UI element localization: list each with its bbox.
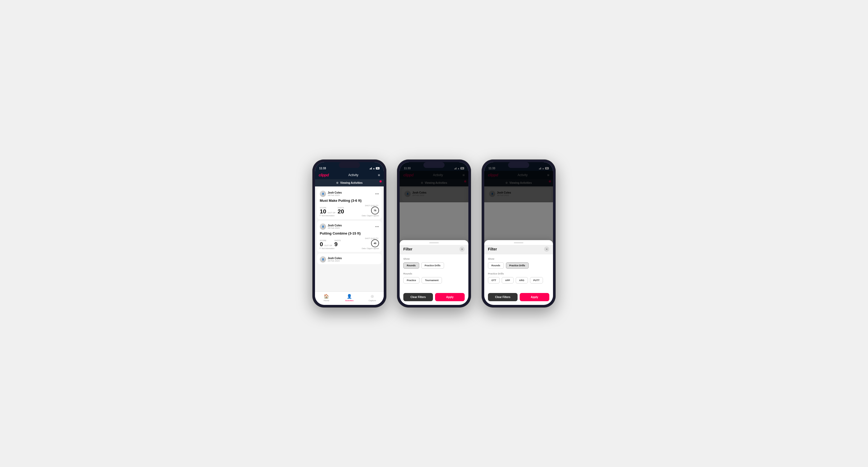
- show-buttons-2: Rounds Practice Drills: [403, 262, 465, 269]
- out-of-1: OUT OF: [328, 212, 335, 214]
- info-icon-1: ℹ: [320, 214, 320, 217]
- score-value-2: 0: [320, 242, 323, 247]
- nav-bar-1: clippd Activity ≡: [315, 171, 384, 179]
- user-meta-1: Josh Coles 28 Feb 2023: [328, 191, 342, 196]
- filter-header-3: Filter ✕: [484, 245, 553, 254]
- apply-btn-3[interactable]: Apply: [520, 293, 549, 301]
- tab-activities-1[interactable]: 👤 Activities: [338, 294, 361, 302]
- filter-title-2: Filter: [403, 247, 412, 251]
- filter-handle-2: [429, 242, 439, 243]
- putt-btn-3[interactable]: PUTT: [530, 277, 543, 283]
- signal-bar-1: [370, 168, 370, 169]
- clear-filters-btn-3[interactable]: Clear Filters: [488, 293, 518, 301]
- dynamic-island-2: [424, 162, 444, 168]
- arg-btn-3[interactable]: ARG: [516, 277, 528, 283]
- filter-footer-2: Clear Filters Apply: [400, 290, 468, 305]
- filter-sheet-2: Filter ✕ Show Rounds Practice Drills Rou…: [400, 240, 468, 305]
- clear-filters-btn-2[interactable]: Clear Filters: [403, 293, 433, 301]
- dynamic-island-3: [508, 162, 529, 168]
- rounds-btn-2[interactable]: Rounds: [403, 262, 419, 269]
- tournament-btn-2[interactable]: Tournament: [422, 277, 442, 283]
- ott-btn-3[interactable]: OTT: [488, 277, 500, 283]
- capture-icon-1: ⊕: [371, 294, 374, 299]
- info-icon-2: ℹ: [320, 247, 320, 249]
- app-btn-3[interactable]: APP: [502, 277, 514, 283]
- phone-3: 11:33 ▲ 51 clippd Activity ≡: [482, 159, 556, 308]
- show-label-3: Show: [488, 257, 549, 260]
- score-section-1: Score 10 OUT OF: [320, 207, 336, 214]
- scroll-content-1[interactable]: 👤 Josh Coles 28 Feb 2023 ••• Must Make P…: [315, 186, 384, 291]
- phone-3-inner: 11:33 ▲ 51 clippd Activity ≡: [484, 162, 553, 305]
- show-label-2: Show: [403, 257, 465, 260]
- phone-2-inner: 11:33 ▲ 51 clippd Activity ≡: [400, 162, 468, 305]
- avatar-3: 👤: [320, 256, 326, 262]
- signal-bar-3: [371, 167, 372, 169]
- filter-header-2: Filter ✕: [400, 245, 468, 254]
- filter-title-3: Filter: [488, 247, 497, 251]
- activity-card-2: 👤 Josh Coles 28 Feb 2023 ••• Putting Com…: [317, 221, 382, 252]
- user-meta-2: Josh Coles 28 Feb 2023: [328, 224, 342, 229]
- signal-bars-1: [370, 167, 372, 169]
- test-info-1: ℹ Test Information: [320, 214, 335, 217]
- rounds-btn-3[interactable]: Rounds: [488, 262, 504, 269]
- phones-container: 11:33 ▲ 51 clippd Activity ≡: [312, 159, 556, 308]
- card-header-1: 👤 Josh Coles 28 Feb 2023 •••: [320, 191, 379, 197]
- user-meta-3: Josh Coles 28 Feb 2023: [328, 257, 342, 262]
- viewing-banner-text-1: Viewing Activities: [340, 181, 362, 184]
- nav-menu-1[interactable]: ≡: [378, 173, 380, 177]
- show-buttons-3: Rounds Practice Drills: [488, 262, 549, 269]
- avatar-inner-2: 👤: [320, 224, 326, 229]
- test-info-2: ℹ Test Information: [320, 247, 335, 249]
- filter-icon-1: ⚙: [336, 181, 339, 184]
- more-dots-2[interactable]: •••: [375, 224, 379, 229]
- wifi-icon-1: ▲: [373, 167, 375, 170]
- close-button-2[interactable]: ✕: [459, 246, 465, 252]
- shot-quality-section-2: Shot Quality 45: [365, 238, 379, 247]
- avatar-2: 👤: [320, 223, 326, 230]
- user-date-1: 28 Feb 2023: [328, 194, 342, 196]
- drills-buttons-3: OTT APP ARG PUTT: [488, 277, 549, 283]
- practice-drills-btn-3[interactable]: Practice Drills: [506, 262, 529, 269]
- user-info-1: 👤 Josh Coles 28 Feb 2023: [320, 191, 342, 197]
- viewing-banner-1[interactable]: ⚙ Viewing Activities: [315, 179, 384, 186]
- signal-bar-2: [371, 168, 371, 169]
- shots-value-1: 20: [338, 208, 344, 215]
- practice-round-btn-2[interactable]: Practice: [403, 277, 420, 283]
- tab-activities-label-1: Activities: [345, 299, 353, 302]
- phone-1-inner: 11:33 ▲ 51 clippd Activity ≡: [315, 162, 384, 305]
- rounds-label-2: Rounds: [403, 272, 465, 275]
- close-button-3[interactable]: ✕: [544, 246, 549, 252]
- user-name-1: Josh Coles: [328, 191, 342, 194]
- notification-dot-1: [379, 180, 382, 183]
- practice-drills-btn-2[interactable]: Practice Drills: [421, 262, 444, 269]
- phone-1: 11:33 ▲ 51 clippd Activity ≡: [312, 159, 386, 308]
- tab-home-1[interactable]: 🏠 Home: [315, 294, 338, 302]
- shot-quality-label-1: Shot Quality: [365, 205, 378, 207]
- avatar-1: 👤: [320, 191, 326, 197]
- apply-btn-2[interactable]: Apply: [435, 293, 465, 301]
- tab-home-label-1: Home: [324, 299, 329, 302]
- card-footer-1: ℹ Test Information Data: Clippd Capture: [320, 214, 379, 217]
- activities-icon-1: 👤: [347, 294, 352, 299]
- more-dots-1[interactable]: •••: [375, 192, 379, 196]
- status-time-1: 11:33: [319, 167, 326, 170]
- shot-quality-section-1: Shot Quality 75: [365, 205, 379, 214]
- filter-footer-3: Clear Filters Apply: [484, 290, 553, 305]
- shot-quality-badge-2: 45: [371, 239, 379, 247]
- rounds-buttons-2: Practice Tournament: [403, 277, 465, 283]
- shots-section-1: Shots 20: [338, 207, 345, 214]
- card-header-3: 👤 Josh Coles 28 Feb 2023: [320, 256, 379, 262]
- card-header-2: 👤 Josh Coles 28 Feb 2023 •••: [320, 223, 379, 230]
- home-icon-1: 🏠: [324, 294, 329, 299]
- user-date-2: 28 Feb 2023: [328, 227, 342, 229]
- activity-title-1: Must Make Putting (3-6 ft): [320, 198, 379, 203]
- filter-body-2: Show Rounds Practice Drills Rounds Pract…: [400, 254, 468, 290]
- phone-2: 11:33 ▲ 51 clippd Activity ≡: [397, 159, 471, 308]
- dynamic-island: [339, 162, 360, 168]
- avatar-inner-1: 👤: [320, 191, 326, 197]
- status-icons-1: ▲ 51: [370, 167, 379, 170]
- card-footer-2: ℹ Test Information Data: Clippd Capture: [320, 247, 379, 249]
- tab-capture-1[interactable]: ⊕ Capture: [361, 294, 384, 302]
- filter-body-3: Show Rounds Practice Drills Practice Dri…: [484, 254, 553, 290]
- data-source-2: Data: Clippd Capture: [362, 248, 379, 249]
